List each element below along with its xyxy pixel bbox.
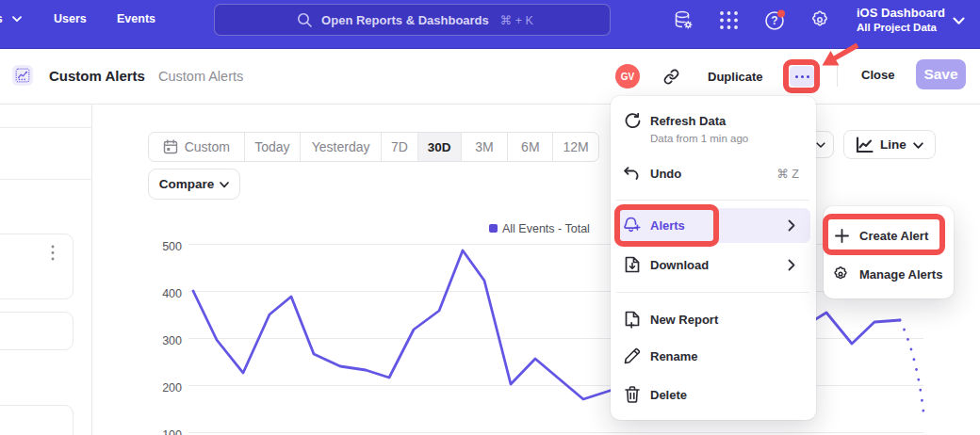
svg-text:?: ? xyxy=(771,14,777,27)
